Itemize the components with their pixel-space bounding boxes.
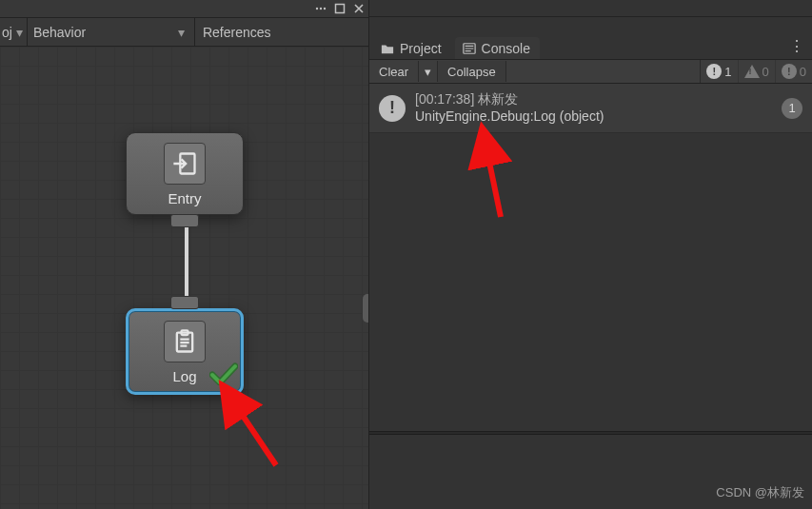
breadcrumb-item-behavior[interactable]: Behavior ▾: [28, 18, 195, 46]
port-in[interactable]: [170, 296, 199, 309]
panel-menu-kebab-icon[interactable]: [314, 2, 327, 15]
chevron-down-icon: ▾: [178, 25, 190, 40]
filter-info[interactable]: !1: [700, 60, 737, 83]
breadcrumb: oj ▾ Behavior ▾ References: [0, 18, 368, 47]
count: 1: [724, 65, 731, 79]
breadcrumb-label: Behavior: [30, 25, 86, 40]
button-label: Collapse: [447, 65, 496, 79]
panel-close-icon[interactable]: [352, 2, 366, 15]
svg-point-1: [320, 8, 322, 10]
panel-tabs: Project Console ⋮: [369, 17, 812, 60]
svg-point-2: [324, 8, 326, 10]
node-label: Log: [172, 368, 196, 384]
breadcrumb-item-object[interactable]: oj ▾: [0, 18, 28, 46]
console-icon: [463, 42, 476, 55]
breadcrumb-label: References: [203, 25, 271, 40]
log-name: 林新发: [478, 91, 518, 107]
console-toolbar: Clear ▾ Collapse !1 !0 !0: [369, 60, 812, 84]
count: 0: [762, 65, 769, 79]
clear-button[interactable]: Clear: [369, 61, 419, 82]
svg-rect-3: [336, 5, 345, 13]
panel-gap: [369, 0, 812, 17]
clipboard-icon: [164, 321, 206, 362]
log-list[interactable]: ! [00:17:38] 林新发 UnityEngine.Debug:Log (…: [369, 84, 812, 509]
collapse-toggle[interactable]: Collapse: [438, 61, 506, 82]
success-check-icon: [209, 362, 238, 389]
scrollbar-thumb[interactable]: [363, 294, 368, 323]
behavior-graph-panel: oj ▾ Behavior ▾ References ehavior: [0, 0, 369, 509]
console-panel: Project Console ⋮ Clear ▾ Collapse !1 !0…: [369, 0, 812, 509]
log-count-badge: 1: [782, 98, 802, 119]
node-log[interactable]: Log: [126, 308, 244, 395]
filter-error[interactable]: !0: [775, 60, 812, 83]
chevron-down-icon: ▾: [425, 65, 431, 79]
warning-icon: !: [744, 65, 760, 78]
log-trace: UnityEngine.Debug:Log (object): [415, 108, 604, 126]
svg-point-0: [316, 8, 318, 10]
breadcrumb-item-references[interactable]: References: [195, 25, 279, 40]
console-splitter[interactable]: [369, 431, 812, 435]
info-icon: !: [706, 64, 722, 79]
error-icon: !: [782, 64, 797, 79]
log-row[interactable]: ! [00:17:38] 林新发 UnityEngine.Debug:Log (…: [369, 84, 812, 133]
graph-canvas[interactable]: Entry Log: [0, 47, 368, 509]
node-entry[interactable]: Entry: [126, 132, 244, 215]
button-label: Clear: [379, 65, 408, 79]
tab-project[interactable]: Project: [373, 37, 451, 59]
annotation-arrow: [474, 136, 512, 225]
breadcrumb-label: oj: [2, 25, 12, 40]
tab-label: Console: [482, 41, 530, 56]
panel-maximize-icon[interactable]: [333, 2, 347, 15]
log-text: [00:17:38] 林新发 UnityEngine.Debug:Log (ob…: [415, 91, 604, 125]
folder-icon: [381, 42, 394, 55]
node-label: Entry: [168, 190, 201, 206]
count: 0: [800, 65, 806, 79]
tab-console[interactable]: Console: [455, 37, 540, 59]
clear-dropdown[interactable]: ▾: [419, 61, 438, 82]
panel-window-controls: [0, 0, 368, 18]
filter-warn[interactable]: !0: [738, 60, 775, 83]
log-time: [00:17:38]: [415, 91, 474, 107]
panel-menu-kebab-icon[interactable]: ⋮: [782, 37, 812, 59]
watermark: CSDN @林新发: [716, 484, 804, 501]
chevron-down-icon: ▾: [16, 25, 23, 40]
info-icon: !: [379, 95, 406, 122]
port-out[interactable]: [170, 214, 199, 227]
tab-label: Project: [400, 41, 442, 56]
entry-icon: [164, 143, 206, 185]
